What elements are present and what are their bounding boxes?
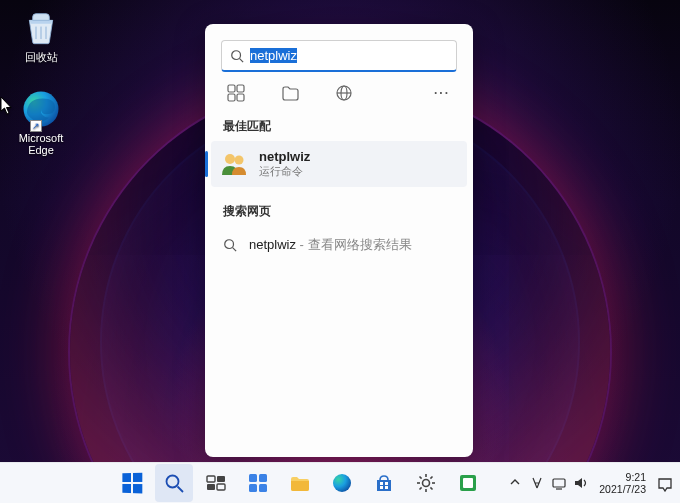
svg-point-29	[423, 480, 430, 487]
svg-point-1	[232, 50, 241, 59]
task-view-icon	[205, 472, 227, 494]
result-best-match[interactable]: netplwiz 运行命令	[211, 141, 467, 187]
svg-line-13	[233, 248, 237, 252]
svg-rect-22	[249, 484, 257, 492]
svg-rect-17	[217, 476, 225, 482]
svg-line-36	[430, 477, 432, 479]
svg-rect-39	[463, 478, 473, 488]
tray-date: 2021/7/23	[599, 483, 646, 495]
taskbar-settings[interactable]	[407, 464, 445, 502]
desktop-icon-label: Microsoft Edge	[6, 132, 76, 156]
search-panel: ··· 最佳匹配 netplwiz 运行命令 搜索网页 netplwiz - 查…	[205, 24, 473, 457]
search-input[interactable]	[250, 48, 448, 63]
tray-volume-icon[interactable]	[573, 475, 589, 491]
widgets-icon	[247, 472, 269, 494]
search-icon	[223, 238, 237, 252]
search-icon	[163, 472, 185, 494]
tray-network-icon[interactable]	[551, 475, 567, 491]
svg-line-15	[178, 487, 184, 493]
tray-overflow-button[interactable]	[509, 476, 523, 490]
svg-line-34	[420, 477, 422, 479]
svg-rect-26	[385, 482, 388, 485]
taskbar-edge[interactable]	[323, 464, 361, 502]
result-title: netplwiz	[259, 149, 310, 164]
svg-point-10	[225, 154, 235, 164]
svg-rect-20	[249, 474, 257, 482]
svg-rect-28	[385, 486, 388, 489]
svg-rect-25	[380, 482, 383, 485]
taskbar-explorer[interactable]	[281, 464, 319, 502]
svg-rect-5	[228, 94, 235, 101]
desktop-icon-label: 回收站	[6, 50, 76, 65]
start-button[interactable]	[113, 464, 151, 502]
app-icon	[457, 472, 479, 494]
section-title-best-match: 最佳匹配	[205, 112, 473, 141]
svg-rect-3	[228, 85, 235, 92]
web-term: netplwiz	[249, 237, 296, 252]
filter-web-icon[interactable]	[335, 84, 353, 102]
desktop-icon-edge[interactable]: ↗ Microsoft Edge	[6, 88, 76, 156]
search-box[interactable]	[221, 40, 457, 72]
filter-documents-icon[interactable]	[281, 84, 299, 102]
users-icon	[219, 151, 249, 177]
taskbar-search-button[interactable]	[155, 464, 193, 502]
section-title-web: 搜索网页	[205, 197, 473, 226]
svg-point-11	[235, 156, 244, 165]
result-subtitle: 运行命令	[259, 164, 310, 179]
widgets-button[interactable]	[239, 464, 277, 502]
tray-notifications-icon[interactable]	[656, 474, 674, 492]
search-filter-row: ···	[205, 72, 473, 112]
store-icon	[373, 472, 395, 494]
svg-line-37	[420, 487, 422, 489]
shortcut-arrow-icon: ↗	[30, 120, 42, 132]
svg-rect-6	[237, 94, 244, 101]
svg-rect-40	[553, 479, 565, 487]
filter-more-icon[interactable]: ···	[433, 84, 451, 102]
svg-rect-18	[207, 484, 215, 490]
result-web-search[interactable]: netplwiz - 查看网络搜索结果	[205, 226, 473, 264]
gear-icon	[415, 472, 437, 494]
folder-icon	[289, 472, 311, 494]
web-subtitle: - 查看网络搜索结果	[296, 237, 412, 252]
desktop-icon-recycle-bin[interactable]: 回收站	[6, 6, 76, 65]
taskbar-store[interactable]	[365, 464, 403, 502]
svg-rect-27	[380, 486, 383, 489]
edge-icon	[331, 472, 353, 494]
system-tray: 9:21 2021/7/23	[509, 471, 680, 495]
edge-icon: ↗	[20, 88, 62, 130]
tray-time: 9:21	[599, 471, 646, 483]
svg-rect-4	[237, 85, 244, 92]
recycle-bin-icon	[20, 6, 62, 48]
svg-line-35	[430, 487, 432, 489]
svg-rect-16	[207, 476, 215, 482]
svg-line-2	[240, 58, 244, 62]
tray-clock[interactable]: 9:21 2021/7/23	[595, 471, 650, 495]
svg-point-12	[225, 240, 234, 249]
taskbar: 9:21 2021/7/23	[0, 462, 680, 503]
cursor-icon	[0, 96, 14, 116]
svg-point-14	[167, 476, 179, 488]
search-icon	[230, 49, 244, 63]
svg-rect-19	[217, 484, 225, 490]
svg-point-24	[333, 474, 351, 492]
filter-apps-icon[interactable]	[227, 84, 245, 102]
svg-rect-21	[259, 474, 267, 482]
task-view-button[interactable]	[197, 464, 235, 502]
tray-ime-icon[interactable]	[529, 475, 545, 491]
svg-rect-23	[259, 484, 267, 492]
taskbar-app[interactable]	[449, 464, 487, 502]
windows-logo-icon	[123, 473, 142, 493]
